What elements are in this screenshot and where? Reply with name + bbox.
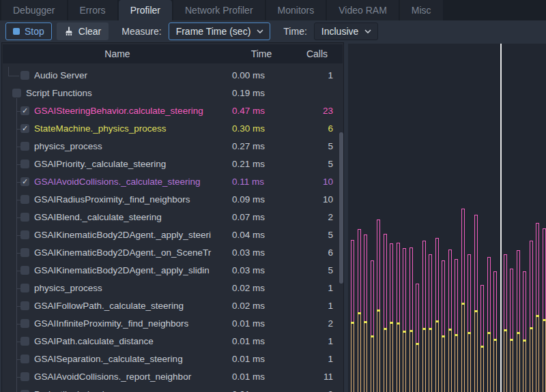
frame-bar-pink bbox=[468, 254, 471, 332]
tab-misc[interactable]: Misc bbox=[400, 0, 443, 20]
frame-bar-tan bbox=[364, 323, 367, 392]
row-time: 0.03 ms bbox=[232, 244, 265, 262]
checkbox-unchecked[interactable] bbox=[20, 337, 29, 346]
tab-monitors[interactable]: Monitors bbox=[266, 0, 326, 20]
column-header-name[interactable]: Name bbox=[3, 44, 232, 63]
tree-guide-line bbox=[16, 98, 17, 392]
tab-errors[interactable]: Errors bbox=[68, 0, 117, 20]
row-calls: 2 bbox=[328, 209, 333, 226]
checkbox-unchecked[interactable] bbox=[20, 160, 29, 168]
table-row[interactable]: Audio Server0.00 ms1 bbox=[3, 67, 343, 85]
table-row[interactable]: physics_process0.02 ms1 bbox=[3, 280, 343, 297]
vertical-scrollbar[interactable] bbox=[339, 132, 343, 284]
frame-bar-pink bbox=[397, 243, 400, 322]
row-name: GSAISteeringBehavior.calculate_steering bbox=[34, 102, 225, 120]
column-header-time[interactable]: Time bbox=[232, 44, 291, 63]
table-row[interactable]: GSAIInfiniteProximity._find_neighbors0.0… bbox=[3, 315, 343, 333]
table-row[interactable]: GSAISeparation._calculate_steering0.01 m… bbox=[3, 350, 343, 368]
row-time: 0.04 ms bbox=[232, 226, 265, 244]
tab-debugger[interactable]: Debugger bbox=[1, 0, 67, 20]
table-row[interactable]: ✓StateMachine._physics_process0.30 ms6 bbox=[3, 120, 343, 138]
table-header: Name Time Calls bbox=[3, 44, 343, 63]
table-row[interactable]: GSAIKinematicBody2DAgent._apply_steeri0.… bbox=[3, 226, 343, 244]
stop-button[interactable]: Stop bbox=[5, 22, 52, 40]
frame-bar-pink bbox=[364, 235, 367, 321]
table-row[interactable]: GSAIBlend._calculate_steering0.07 ms2 bbox=[3, 209, 343, 226]
row-name: GSAIAvoidCollisions._calculate_steering bbox=[34, 173, 225, 191]
row-name: GSAIKinematicBody2DAgent._on_SceneTr bbox=[34, 244, 225, 262]
checkbox-unchecked[interactable] bbox=[20, 230, 29, 239]
row-name: GSAIBlend._calculate_steering bbox=[34, 209, 225, 226]
frame-bar-pink bbox=[493, 271, 497, 339]
checkbox-unchecked[interactable] bbox=[12, 89, 21, 97]
chevron-down-icon bbox=[364, 29, 371, 33]
table-row[interactable]: GSAIPath.calculate_distance0.01 ms1 bbox=[3, 333, 343, 350]
time-value: Inclusive bbox=[321, 26, 358, 37]
frame-bar-pink bbox=[455, 259, 458, 334]
frame-bar-tan bbox=[351, 324, 354, 392]
frame-bar-tan bbox=[530, 329, 533, 392]
checkbox-checked[interactable]: ✓ bbox=[20, 124, 29, 133]
clear-button[interactable]: Clear bbox=[57, 22, 109, 40]
table-row[interactable]: GSAIKinematicBody2DAgent._apply_slidin0.… bbox=[3, 262, 343, 280]
table-row[interactable]: GSAIFollowPath._calculate_steering0.02 m… bbox=[3, 297, 343, 315]
frame-bar-pink bbox=[403, 248, 406, 331]
row-name: GSAISeparation._calculate_steering bbox=[34, 350, 225, 368]
measure-value: Frame Time (sec) bbox=[176, 26, 251, 37]
frame-bar-pink bbox=[410, 247, 413, 330]
checkbox-unchecked[interactable] bbox=[20, 372, 29, 381]
frame-bar-tan bbox=[371, 337, 374, 392]
checkbox-unchecked[interactable] bbox=[20, 355, 29, 363]
checkbox-unchecked[interactable] bbox=[20, 71, 29, 80]
row-name: Audio Server bbox=[34, 67, 225, 85]
checkbox-unchecked[interactable] bbox=[20, 213, 29, 222]
frame-bar-pink bbox=[390, 243, 393, 322]
tab-network-profiler[interactable]: Network Profiler bbox=[173, 0, 265, 20]
table-row[interactable]: Projectile_behavior0.01 ms2 bbox=[3, 386, 343, 392]
table-row[interactable]: GSAIKinematicBody2DAgent._on_SceneTr0.03… bbox=[3, 244, 343, 262]
row-calls: 1 bbox=[328, 280, 333, 297]
checkbox-unchecked[interactable] bbox=[20, 301, 29, 310]
time-dropdown[interactable]: Inclusive bbox=[314, 22, 378, 40]
checkbox-unchecked[interactable] bbox=[20, 142, 29, 151]
checkbox-checked[interactable]: ✓ bbox=[20, 177, 29, 186]
table-row[interactable]: GSAIAvoidCollisions._report_neighbor0.01… bbox=[3, 368, 343, 386]
column-header-calls[interactable]: Calls bbox=[306, 44, 328, 63]
row-name: GSAIAvoidCollisions._report_neighbor bbox=[34, 368, 225, 386]
frame-bar-tan bbox=[543, 321, 546, 392]
tab-profiler[interactable]: Profiler bbox=[119, 0, 172, 20]
table-row[interactable]: physics_process0.27 ms5 bbox=[3, 138, 343, 155]
frame-bar-pink bbox=[543, 228, 546, 319]
checkbox-unchecked[interactable] bbox=[20, 266, 29, 275]
row-calls: 23 bbox=[323, 102, 333, 120]
row-calls: 5 bbox=[328, 262, 333, 280]
frame-bar-tan bbox=[403, 333, 406, 392]
tab-bar: DebuggerErrorsProfilerNetwork ProfilerMo… bbox=[0, 0, 546, 20]
row-time: 0.01 ms bbox=[232, 333, 265, 350]
frame-time-graph[interactable] bbox=[348, 44, 546, 392]
row-name: physics_process bbox=[34, 138, 225, 155]
row-name: GSAIFollowPath._calculate_steering bbox=[34, 297, 225, 315]
checkbox-checked[interactable]: ✓ bbox=[20, 106, 29, 115]
row-calls: 6 bbox=[328, 244, 333, 262]
row-calls: 5 bbox=[328, 138, 333, 155]
checkbox-unchecked[interactable] bbox=[20, 284, 29, 292]
checkbox-unchecked[interactable] bbox=[20, 248, 29, 257]
checkbox-unchecked[interactable] bbox=[20, 195, 29, 204]
tab-video-ram[interactable]: Video RAM bbox=[327, 0, 399, 20]
checkbox-unchecked[interactable] bbox=[20, 319, 29, 328]
frame-bar-pink bbox=[358, 229, 361, 312]
table-row[interactable]: GSAIPriority._calculate_steering0.21 ms5 bbox=[3, 155, 343, 173]
row-time: 0.02 ms bbox=[232, 297, 265, 315]
row-calls: 1 bbox=[328, 297, 333, 315]
measure-dropdown[interactable]: Frame Time (sec) bbox=[169, 22, 271, 40]
table-row[interactable]: ✓GSAISteeringBehavior.calculate_steering… bbox=[3, 102, 343, 120]
row-name: GSAIInfiniteProximity._find_neighbors bbox=[34, 315, 225, 333]
frame-cursor-line[interactable] bbox=[500, 44, 502, 392]
row-name: GSAIKinematicBody2DAgent._apply_steeri bbox=[34, 226, 225, 244]
table-row[interactable]: ✓GSAIAvoidCollisions._calculate_steering… bbox=[3, 173, 343, 191]
row-time: 0.19 ms bbox=[232, 85, 265, 102]
table-row[interactable]: Script Functions0.19 ms bbox=[3, 85, 343, 102]
frame-bar-tan bbox=[487, 334, 491, 392]
table-row[interactable]: GSAIRadiusProximity._find_neighbors0.09 … bbox=[3, 191, 343, 209]
